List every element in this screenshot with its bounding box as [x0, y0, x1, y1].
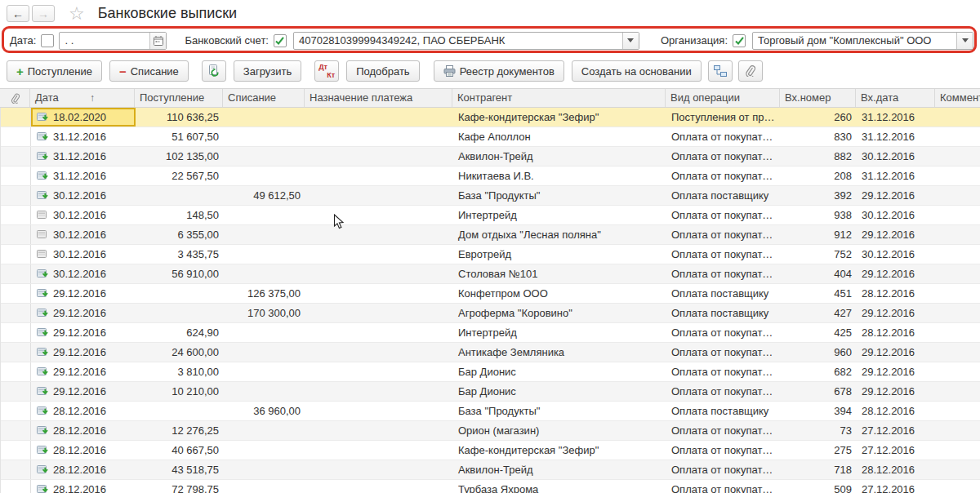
- expense-cell[interactable]: [224, 421, 305, 440]
- operation-cell[interactable]: Оплата от покупателя: [666, 480, 781, 493]
- in-date-cell[interactable]: 27.12.2016: [857, 441, 936, 460]
- column-header-income[interactable]: Поступление: [135, 89, 223, 107]
- date-cell[interactable]: 18.02.2020: [31, 108, 136, 127]
- in-number-cell[interactable]: 392: [781, 186, 857, 205]
- in-number-cell[interactable]: 960: [781, 343, 857, 362]
- income-cell[interactable]: 10 210,00: [136, 382, 224, 401]
- purpose-cell[interactable]: [305, 225, 453, 244]
- table-row[interactable]: 30.12.201656 910,00Столовая №101Оплата о…: [1, 264, 980, 284]
- attachment-cell[interactable]: [1, 127, 31, 146]
- expense-cell[interactable]: [224, 108, 305, 127]
- date-cell[interactable]: 28.12.2016: [31, 460, 136, 479]
- in-date-cell[interactable]: 31.12.2016: [857, 167, 936, 185]
- operation-cell[interactable]: Оплата от покупателя: [666, 421, 781, 440]
- income-cell[interactable]: 6 355,00: [136, 225, 224, 244]
- purpose-cell[interactable]: [305, 284, 453, 303]
- attachment-cell[interactable]: [1, 382, 31, 401]
- comment-cell[interactable]: [936, 362, 980, 381]
- in-number-cell[interactable]: 678: [781, 382, 857, 401]
- comment-cell[interactable]: [936, 147, 980, 166]
- operation-cell[interactable]: Оплата от покупателя: [666, 323, 781, 342]
- in-number-cell[interactable]: 275: [781, 441, 857, 460]
- attachment-cell[interactable]: [1, 167, 31, 185]
- table-row[interactable]: 29.12.2016126 375,00Конфетпром ООООплата…: [1, 284, 980, 304]
- operation-cell[interactable]: Оплата от покупателя: [666, 225, 781, 244]
- payee-cell[interactable]: Конфетпром ООО: [453, 284, 666, 303]
- date-filter-input[interactable]: . .: [59, 32, 167, 50]
- in-date-cell[interactable]: 28.12.2016: [857, 284, 936, 303]
- in-number-cell[interactable]: 451: [781, 284, 857, 303]
- favorite-star-icon[interactable]: ☆: [69, 5, 85, 23]
- attachment-cell[interactable]: [1, 304, 31, 322]
- receipt-button[interactable]: + Поступление: [7, 60, 102, 82]
- table-row[interactable]: 28.12.201612 276,25Орион (магазин)Оплата…: [1, 421, 980, 441]
- in-number-cell[interactable]: 682: [781, 362, 857, 381]
- payee-cell[interactable]: Аквилон-Трейд: [453, 147, 666, 166]
- expense-cell[interactable]: [224, 362, 305, 381]
- income-cell[interactable]: [136, 402, 224, 420]
- table-row[interactable]: 29.12.2016170 300,00Агроферма "Коровино"…: [1, 304, 980, 323]
- purpose-cell[interactable]: [305, 127, 453, 146]
- date-cell[interactable]: 30.12.2016: [31, 264, 136, 283]
- purpose-cell[interactable]: [305, 343, 453, 362]
- operation-cell[interactable]: Оплата поставщику: [666, 402, 781, 420]
- in-date-cell[interactable]: 31.12.2016: [857, 108, 936, 127]
- attachment-cell[interactable]: [1, 343, 31, 362]
- income-cell[interactable]: 24 600,00: [136, 343, 224, 362]
- payee-cell[interactable]: База "Продукты": [453, 402, 666, 420]
- operation-cell[interactable]: Оплата поставщику: [666, 284, 781, 303]
- operation-cell[interactable]: Оплата от покупателя: [666, 362, 781, 381]
- date-cell[interactable]: 30.12.2016: [31, 206, 136, 224]
- in-number-cell[interactable]: 425: [781, 323, 857, 342]
- purpose-cell[interactable]: [305, 245, 453, 264]
- operation-cell[interactable]: Оплата поставщику: [666, 304, 781, 322]
- payee-cell[interactable]: Евротрейд: [453, 245, 666, 264]
- expense-cell[interactable]: [224, 382, 305, 401]
- in-number-cell[interactable]: 912: [781, 225, 857, 244]
- payee-cell[interactable]: Бар Дионис: [453, 382, 666, 401]
- expense-cell[interactable]: [224, 206, 305, 224]
- payee-cell[interactable]: База "Продукты": [453, 186, 666, 205]
- attachment-cell[interactable]: [1, 264, 31, 283]
- in-number-cell[interactable]: 260: [781, 108, 857, 127]
- payee-cell[interactable]: Орион (магазин): [453, 421, 666, 440]
- in-date-cell[interactable]: 27.12.2016: [857, 421, 936, 440]
- in-number-cell[interactable]: 208: [781, 167, 857, 185]
- payee-cell[interactable]: Кафе-кондитерская "Зефир": [453, 441, 666, 460]
- table-row[interactable]: 28.12.201643 518,75Аквилон-ТрейдОплата о…: [1, 460, 980, 480]
- attachment-cell[interactable]: [1, 186, 31, 205]
- date-cell[interactable]: 31.12.2016: [31, 147, 136, 166]
- comment-cell[interactable]: [936, 323, 980, 342]
- date-cell[interactable]: 30.12.2016: [31, 245, 136, 264]
- payee-cell[interactable]: Интертрейд: [453, 323, 666, 342]
- table-row[interactable]: 30.12.20166 355,00Дом отдыха "Лесная пол…: [1, 225, 980, 245]
- comment-cell[interactable]: [936, 127, 980, 146]
- expense-cell[interactable]: 170 300,00: [224, 304, 305, 322]
- purpose-cell[interactable]: [305, 362, 453, 381]
- income-cell[interactable]: 56 910,00: [136, 264, 224, 283]
- date-cell[interactable]: 28.12.2016: [31, 421, 136, 440]
- purpose-cell[interactable]: [305, 460, 453, 479]
- in-date-cell[interactable]: 28.12.2016: [857, 460, 936, 479]
- expense-cell[interactable]: 126 375,00: [224, 284, 305, 303]
- in-number-cell[interactable]: 752: [781, 245, 857, 264]
- in-number-cell[interactable]: 509: [781, 480, 857, 493]
- date-cell[interactable]: 29.12.2016: [31, 382, 136, 401]
- column-header-payee[interactable]: Контрагент: [452, 89, 666, 107]
- income-cell[interactable]: 40 667,50: [136, 441, 224, 460]
- purpose-cell[interactable]: [305, 167, 453, 185]
- table-row[interactable]: 28.12.201640 667,50Кафе-кондитерская "Зе…: [1, 441, 980, 460]
- load-button[interactable]: Загрузить: [234, 60, 301, 82]
- payee-cell[interactable]: Столовая №101: [453, 264, 666, 283]
- attachment-cell[interactable]: [1, 402, 31, 420]
- expense-cell[interactable]: [224, 480, 305, 493]
- in-date-cell[interactable]: 28.12.2016: [857, 402, 936, 420]
- operation-cell[interactable]: Оплата от покупателя: [666, 167, 781, 185]
- purpose-cell[interactable]: [305, 323, 453, 342]
- date-cell[interactable]: 29.12.2016: [31, 284, 136, 303]
- pick-button[interactable]: Подобрать: [346, 60, 419, 82]
- column-header-comment[interactable]: Комментарий: [935, 89, 980, 107]
- related-documents-button[interactable]: [708, 60, 733, 82]
- column-header-date[interactable]: Дата ↑: [30, 89, 135, 107]
- operation-cell[interactable]: Оплата от покупателя: [666, 245, 781, 264]
